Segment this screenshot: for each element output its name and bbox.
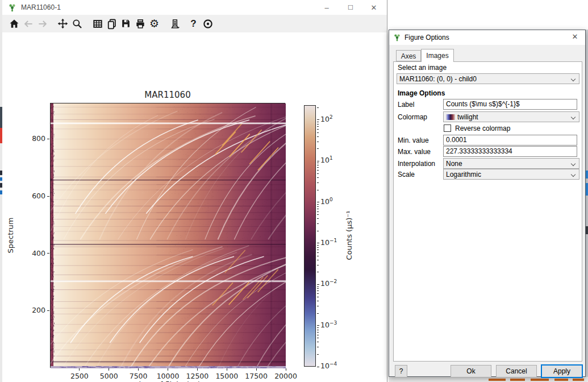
- min-value-input[interactable]: 0.0001: [443, 135, 577, 146]
- x-tick-mark: [79, 368, 80, 371]
- colorbar-tick-label: 10−4: [320, 362, 337, 370]
- x-tick-mark: [138, 368, 139, 371]
- colorbar-minor-tick: [317, 124, 319, 124]
- interpolation-value: None: [446, 160, 462, 168]
- colorbar-tick-label: 100: [320, 197, 333, 206]
- sliver-segment: [586, 171, 588, 178]
- select-image-label: Select an image: [398, 64, 447, 72]
- interpolation-dropdown[interactable]: None: [443, 158, 579, 169]
- ok-button[interactable]: Ok: [451, 365, 491, 377]
- colorbar-minor-tick: [317, 132, 319, 133]
- x-tick-label: 20000: [269, 372, 303, 380]
- sliver-segment: [586, 183, 588, 196]
- colorbar-minor-tick: [317, 301, 319, 301]
- colorbar-minor-tick: [317, 231, 319, 231]
- heatmap-image[interactable]: [51, 103, 286, 368]
- figure-titlebar[interactable]: MAR11060-1 – ☐ ✕: [2, 0, 387, 15]
- colorbar-minor-tick: [317, 330, 319, 330]
- zoom-icon[interactable]: [70, 16, 84, 31]
- colorbar-tick-mark: [317, 202, 319, 202]
- plot-toolbar: ⚙ ?: [2, 15, 387, 32]
- colorbar-minor-tick: [317, 256, 319, 256]
- reverse-colormap-label: Reverse colormap: [455, 124, 510, 132]
- colorbar-minor-tick: [317, 250, 319, 250]
- sliver-segment: [510, 379, 525, 381]
- background-window-sliver-bottom: [389, 377, 588, 382]
- heatmap-axes[interactable]: [50, 103, 285, 368]
- colorbar-minor-tick: [317, 223, 319, 224]
- colorbar-minor-tick: [317, 122, 319, 122]
- toggle-view-icon[interactable]: [201, 16, 215, 31]
- colorbar-tick-mark: [317, 243, 319, 243]
- chevron-down-icon: [571, 161, 576, 166]
- colorbar-tick-mark: [317, 367, 319, 367]
- colorbar-minor-tick: [317, 290, 319, 291]
- image-options-section-title: Image Options: [398, 89, 445, 97]
- interpolation-field-label: Interpolation: [398, 160, 435, 168]
- colorbar-minor-tick: [317, 335, 319, 335]
- x-tick-mark: [109, 368, 109, 371]
- gear-icon[interactable]: ⚙: [147, 16, 161, 31]
- colormap-field-label: Colormap: [398, 113, 427, 121]
- plot-title: MAR11060: [50, 90, 285, 100]
- x-tick-mark: [256, 368, 257, 371]
- sliver-segment: [573, 379, 584, 381]
- scale-dropdown[interactable]: Logarithmic: [443, 169, 579, 180]
- x-tick-mark: [197, 368, 198, 371]
- colorbar-tick-label: 102: [320, 115, 333, 123]
- colorbar-minor-tick: [317, 338, 319, 338]
- tab-axes[interactable]: Axes: [396, 50, 421, 61]
- sliver-segment: [554, 379, 568, 381]
- home-icon[interactable]: [7, 16, 21, 31]
- pan-icon[interactable]: [56, 16, 70, 31]
- image-select-dropdown[interactable]: MAR11060: (0, 0) - child0: [397, 73, 579, 84]
- fit-icon[interactable]: [168, 16, 182, 31]
- maximize-button[interactable]: ☐: [341, 0, 360, 15]
- save-icon[interactable]: [119, 16, 133, 31]
- colorbar-tick-mark: [317, 325, 319, 326]
- colorbar-minor-tick: [317, 252, 319, 253]
- colormap-dropdown[interactable]: twilight: [443, 111, 579, 122]
- colorbar-minor-tick: [317, 286, 319, 287]
- min-value-field-label: Min. value: [398, 136, 429, 144]
- forward-icon[interactable]: [35, 16, 49, 31]
- colorbar-minor-tick: [317, 214, 319, 215]
- reverse-colormap-checkbox[interactable]: [444, 124, 451, 132]
- colorbar-tick-mark: [317, 284, 319, 285]
- background-window-sliver-right: [586, 30, 588, 382]
- dialog-close-icon[interactable]: ✕: [569, 32, 581, 43]
- close-button[interactable]: ✕: [364, 0, 383, 15]
- colorbar[interactable]: [304, 105, 316, 367]
- y-tick-label: 600: [23, 192, 45, 200]
- label-field-label: Label: [398, 101, 414, 109]
- colorbar-tick-label: 101: [320, 156, 333, 164]
- y-tick-label: 800: [23, 134, 45, 143]
- colorbar-minor-tick: [317, 206, 319, 207]
- colorbar-minor-tick: [317, 126, 319, 127]
- y-tick-mark: [47, 196, 49, 197]
- colorbar-minor-tick: [317, 167, 319, 168]
- colorbar-minor-tick: [317, 218, 319, 219]
- print-icon[interactable]: [133, 16, 147, 31]
- help-icon[interactable]: ?: [186, 16, 201, 31]
- cancel-button[interactable]: Cancel: [496, 365, 537, 377]
- dialog-titlebar[interactable]: Figure Options ✕: [389, 30, 585, 45]
- colorbar-minor-tick: [317, 129, 319, 130]
- max-value-input[interactable]: 227.33333333333334: [443, 146, 577, 157]
- colorbar-minor-tick: [317, 265, 319, 265]
- colorbar-minor-tick: [317, 354, 319, 355]
- help-button[interactable]: ?: [395, 365, 407, 377]
- apply-button[interactable]: Apply: [541, 365, 582, 377]
- colorbar-minor-tick: [317, 332, 319, 333]
- tab-images[interactable]: Images: [421, 49, 454, 62]
- colorbar-minor-tick: [317, 245, 319, 246]
- label-input[interactable]: Counts ($\mu s$)$^{-1}$: [443, 99, 577, 110]
- back-icon[interactable]: [21, 16, 35, 31]
- colorbar-tick-label: 10−3: [320, 321, 337, 329]
- minimize-button[interactable]: –: [317, 0, 336, 15]
- colorbar-minor-tick: [317, 327, 319, 328]
- grid-icon[interactable]: [90, 16, 105, 31]
- y-tick-label: 200: [23, 306, 45, 314]
- copy-icon[interactable]: [105, 16, 119, 31]
- mantid-logo-icon: [393, 34, 401, 41]
